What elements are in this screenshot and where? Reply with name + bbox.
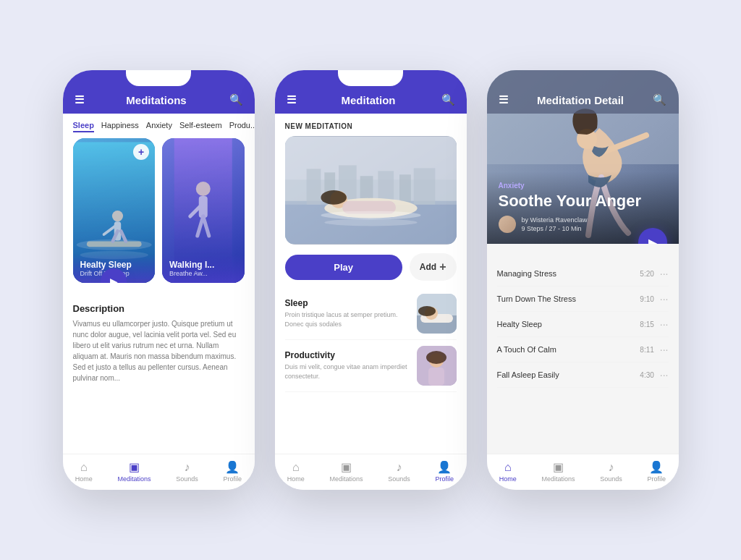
detail-title: Soothe Your Anger (499, 192, 667, 210)
notch-2 (338, 70, 403, 86)
description-title: Description (73, 303, 245, 314)
p2-nav-profile-label: Profile (436, 475, 454, 483)
phone2-nav-meditations[interactable]: ▣ Meditations (330, 460, 363, 483)
add-label: Add (420, 262, 436, 272)
category-prod-info: Productivity Duis mi velit, congue vitae… (285, 350, 410, 381)
card-healy-sleep[interactable]: + Healty Sleep Drift Off To Sleep ▶ (73, 138, 156, 283)
p2-med-icon: ▣ (341, 460, 352, 474)
tag-selfesteem[interactable]: Self-esteem (179, 121, 222, 132)
phone1-nav-profile[interactable]: 👤 Profile (224, 460, 242, 483)
track-2-time: 9:10 (640, 295, 653, 303)
author-avatar (499, 216, 516, 233)
play-button[interactable]: Play (285, 255, 402, 280)
phone1-nav-home-label: Home (75, 475, 93, 483)
p3-nav-med-label: Meditations (542, 475, 575, 483)
author-steps: 9 Steps / 27 - 10 Min (522, 224, 588, 234)
p3-profile-icon: 👤 (649, 460, 664, 474)
category-prod-desc: Duis mi velit, congue vitae anam imperdi… (285, 362, 410, 381)
sleep-thumb-img (417, 294, 457, 334)
phone3-search-icon[interactable]: 🔍 (653, 93, 666, 106)
phone3-nav-meditations[interactable]: ▣ Meditations (542, 460, 575, 483)
tags-row: Sleep Happiness Anxiety Self-esteem Prod… (63, 114, 255, 138)
add-plus-icon: + (439, 260, 446, 273)
track-1-time: 5:20 (640, 270, 653, 278)
category-prod-name: Productivity (285, 350, 410, 360)
card2-overlay: Walking I... Breathe Aw... (162, 254, 245, 283)
p2-sounds-icon: ♪ (397, 461, 402, 474)
prod-thumb-img (417, 346, 457, 386)
phone2-search-icon[interactable]: 🔍 (441, 93, 455, 106)
tag-happiness[interactable]: Happiness (101, 121, 139, 132)
phone2-nav-home[interactable]: ⌂ Home (287, 461, 305, 483)
card-walking[interactable]: Walking I... Breathe Aw... (162, 138, 245, 283)
p2-nav-home-label: Home (287, 475, 305, 483)
card2-title: Walking I... (169, 260, 237, 270)
detail-category: Anxiety (499, 182, 667, 190)
author-info: by Wisteria Ravenclaw 9 Steps / 27 - 10 … (522, 216, 588, 234)
phone2-menu-icon[interactable]: ☰ (287, 93, 296, 106)
track-touch-of-calm[interactable]: A Touch Of Calm 8:11 ··· (497, 337, 669, 362)
play-add-row: Play Add + (275, 245, 467, 288)
track-4-more[interactable]: ··· (660, 344, 669, 355)
phone2-bottom-nav: ⌂ Home ▣ Meditations ♪ Sounds 👤 Profile (275, 454, 467, 490)
phone2-nav-sounds[interactable]: ♪ Sounds (388, 461, 410, 483)
track-2-more[interactable]: ··· (660, 293, 669, 305)
phone1-nav-profile-label: Profile (224, 475, 242, 483)
description-section: Description Vivamus eu ullamcorper justo… (63, 283, 255, 391)
track-turn-down[interactable]: Turn Down The Stress 9:10 ··· (497, 287, 669, 312)
phone-2: ☰ Meditation 🔍 NEW MEDITATION (275, 70, 467, 490)
phone3-nav-profile[interactable]: 👤 Profile (648, 460, 666, 483)
track-2-name: Turn Down The Stress (497, 294, 576, 303)
phone3-bottom-nav: ⌂ Home ▣ Meditations ♪ Sounds 👤 Profile (487, 454, 679, 490)
track-4-right: 8:11 ··· (640, 344, 668, 355)
track-5-more[interactable]: ··· (660, 369, 669, 381)
track-3-time: 8:15 (640, 321, 653, 328)
home-icon: ⌂ (80, 461, 88, 474)
phone2-nav-profile[interactable]: 👤 Profile (436, 460, 454, 483)
category-productivity[interactable]: Productivity Duis mi velit, congue vitae… (285, 340, 457, 392)
tag-anxiety[interactable]: Anxiety (146, 121, 172, 132)
track-managing-stress[interactable]: Managing Stress 5:20 ··· (497, 261, 669, 287)
track-1-right: 5:20 ··· (640, 268, 668, 279)
phone3-nav-home[interactable]: ⌂ Home (499, 461, 517, 483)
category-sleep-name: Sleep (285, 298, 410, 308)
phone1-nav-sounds[interactable]: ♪ Sounds (176, 461, 198, 483)
phone1-nav-home[interactable]: ⌂ Home (75, 461, 93, 483)
svg-rect-40 (428, 368, 444, 386)
category-sleep[interactable]: Sleep Proin tristique lacus at semper pr… (285, 288, 457, 340)
track-healy-sleep[interactable]: Healty Sleep 8:15 ··· (497, 312, 669, 337)
phone1-nav-sounds-label: Sounds (176, 475, 198, 483)
phone1-bottom-nav: ⌂ Home ▣ Meditations ♪ Sounds 👤 Profile (63, 454, 255, 490)
track-3-name: Healty Sleep (497, 320, 542, 328)
category-prod-thumb (417, 346, 457, 386)
profile-icon: 👤 (225, 460, 240, 474)
tag-produ[interactable]: Produ... (229, 121, 255, 132)
track-4-time: 8:11 (640, 346, 653, 354)
phone3-menu-icon[interactable]: ☰ (499, 93, 508, 106)
svg-rect-19 (306, 169, 321, 204)
add-button[interactable]: Add + (410, 253, 457, 281)
phone-3: ☰ Meditation Detail 🔍 (487, 70, 679, 490)
phone3-nav-sounds[interactable]: ♪ Sounds (600, 461, 622, 483)
author-row: by Wisteria Ravenclaw 9 Steps / 27 - 10 … (499, 216, 667, 234)
p2-profile-icon: 👤 (437, 460, 452, 474)
p2-home-icon: ⌂ (292, 461, 300, 474)
phone3-title: Meditation Detail (537, 94, 624, 106)
detail-hero: ☰ Meditation Detail 🔍 (487, 70, 679, 244)
card1-add-btn[interactable]: + (133, 144, 149, 160)
svg-point-4 (111, 211, 122, 221)
tag-sleep[interactable]: Sleep (73, 121, 94, 132)
svg-point-30 (321, 211, 420, 220)
phone1-menu-icon[interactable]: ☰ (75, 93, 84, 106)
track-fall-asleep[interactable]: Fall Asleep Easily 4:30 ··· (497, 362, 669, 388)
phones-container: ☰ Meditations 🔍 Sleep Happiness Anxiety … (63, 70, 679, 490)
track-1-name: Managing Stress (497, 269, 557, 278)
track-1-more[interactable]: ··· (660, 268, 669, 279)
phone1-nav-meditations[interactable]: ▣ Meditations (118, 460, 151, 483)
track-3-more[interactable]: ··· (660, 318, 669, 330)
track-list: Managing Stress 5:20 ··· Turn Down The S… (487, 244, 679, 454)
track-5-right: 4:30 ··· (640, 369, 668, 381)
p2-nav-med-label: Meditations (330, 475, 363, 483)
phone1-search-icon[interactable]: 🔍 (229, 93, 243, 106)
category-sleep-desc: Proin tristique lacus at semper pretium.… (285, 310, 410, 328)
